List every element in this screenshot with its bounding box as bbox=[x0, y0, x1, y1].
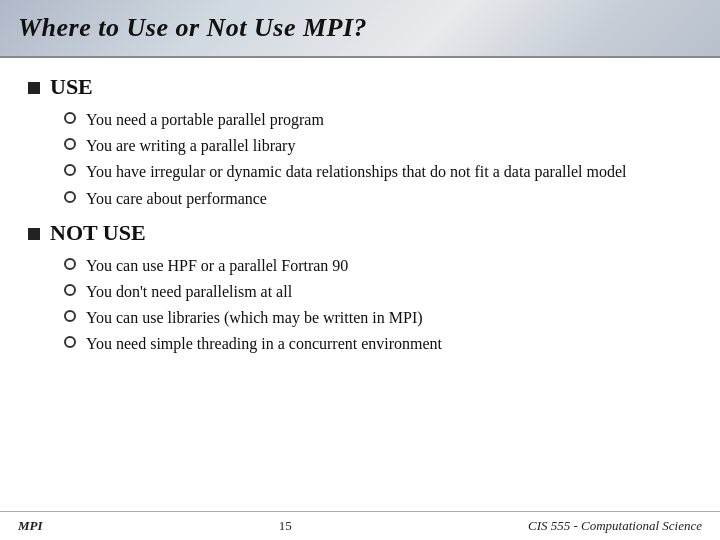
circle-bullet-icon bbox=[64, 164, 76, 176]
footer-left-label: MPI bbox=[18, 518, 43, 534]
use-section-title: USE bbox=[50, 74, 93, 100]
use-square-bullet bbox=[28, 82, 40, 94]
circle-bullet-icon bbox=[64, 310, 76, 322]
slide-title: Where to Use or Not Use MPI? bbox=[18, 13, 367, 43]
slide: Where to Use or Not Use MPI? USE You nee… bbox=[0, 0, 720, 540]
list-item: You care about performance bbox=[64, 187, 692, 210]
footer-course-label: CIS 555 - Computational Science bbox=[528, 518, 702, 534]
list-item: You have irregular or dynamic data relat… bbox=[64, 160, 692, 183]
slide-header: Where to Use or Not Use MPI? bbox=[0, 0, 720, 58]
use-item-2: You are writing a parallel library bbox=[86, 134, 692, 157]
use-item-4: You care about performance bbox=[86, 187, 692, 210]
list-item: You are writing a parallel library bbox=[64, 134, 692, 157]
not-use-section-header: NOT USE bbox=[28, 220, 692, 246]
not-use-item-2: You don't need parallelism at all bbox=[86, 280, 692, 303]
slide-footer: MPI 15 CIS 555 - Computational Science bbox=[0, 511, 720, 540]
use-section-header: USE bbox=[28, 74, 692, 100]
circle-bullet-icon bbox=[64, 258, 76, 270]
use-item-3: You have irregular or dynamic data relat… bbox=[86, 160, 692, 183]
list-item: You need simple threading in a concurren… bbox=[64, 332, 692, 355]
circle-bullet-icon bbox=[64, 138, 76, 150]
not-use-square-bullet bbox=[28, 228, 40, 240]
list-item: You don't need parallelism at all bbox=[64, 280, 692, 303]
use-sub-items: You need a portable parallel program You… bbox=[28, 108, 692, 210]
circle-bullet-icon bbox=[64, 191, 76, 203]
use-item-1: You need a portable parallel program bbox=[86, 108, 692, 131]
circle-bullet-icon bbox=[64, 284, 76, 296]
not-use-item-1: You can use HPF or a parallel Fortran 90 bbox=[86, 254, 692, 277]
circle-bullet-icon bbox=[64, 336, 76, 348]
not-use-sub-items: You can use HPF or a parallel Fortran 90… bbox=[28, 254, 692, 356]
use-section: USE You need a portable parallel program… bbox=[28, 74, 692, 210]
not-use-item-4: You need simple threading in a concurren… bbox=[86, 332, 692, 355]
slide-content: USE You need a portable parallel program… bbox=[0, 58, 720, 511]
list-item: You can use HPF or a parallel Fortran 90 bbox=[64, 254, 692, 277]
circle-bullet-icon bbox=[64, 112, 76, 124]
not-use-section-title: NOT USE bbox=[50, 220, 146, 246]
not-use-item-3: You can use libraries (which may be writ… bbox=[86, 306, 692, 329]
not-use-section: NOT USE You can use HPF or a parallel Fo… bbox=[28, 220, 692, 356]
list-item: You can use libraries (which may be writ… bbox=[64, 306, 692, 329]
footer-page-number: 15 bbox=[279, 518, 292, 534]
list-item: You need a portable parallel program bbox=[64, 108, 692, 131]
